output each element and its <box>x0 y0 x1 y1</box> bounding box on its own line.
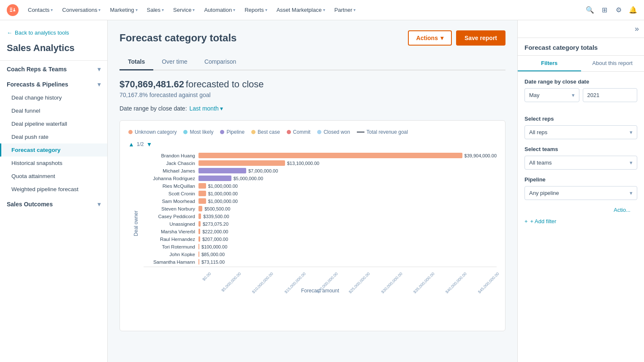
bar-label: John Kopke <box>144 252 198 257</box>
bar-label: Unassigned <box>144 222 198 227</box>
panel-tab-filters[interactable]: Filters <box>518 56 581 71</box>
bell-icon[interactable]: 🔔 <box>629 6 637 14</box>
filter-teams-label: Select teams <box>524 146 637 152</box>
sidebar-item-deal-push-rate[interactable]: Deal push rate <box>0 130 107 143</box>
chart-sort-row: ▲ 1/2 ▼ <box>128 141 497 148</box>
chevron-down-icon: ▾ <box>630 129 633 135</box>
nav-sales[interactable]: Sales ▾ <box>143 5 168 15</box>
chevron-down-icon: ▾ <box>98 66 101 73</box>
dropdown-arrow-icon: ▾ <box>440 35 443 41</box>
actions-link-row: Actio... <box>524 207 637 213</box>
sidebar-item-weighted-pipeline-forecast[interactable]: Weighted pipeline forecast <box>0 183 107 196</box>
sidebar-item-historical-snapshots[interactable]: Historical snapshots <box>0 157 107 170</box>
nav-marketing[interactable]: Marketing ▾ <box>106 5 141 15</box>
chevron-down-icon: ▾ <box>193 8 195 12</box>
grid-icon[interactable]: ⊞ <box>600 6 609 14</box>
right-panel: » Forecast category totals Filters About… <box>517 20 644 362</box>
actions-link[interactable]: Actio... <box>607 207 637 213</box>
bar-label: Johanna Rodriguez <box>144 176 198 181</box>
bar-label: Samantha Hamann <box>144 259 198 265</box>
bar-container: $85,000.00 <box>198 251 497 257</box>
nav-contacts[interactable]: Contacts ▾ <box>24 5 57 15</box>
nav-service[interactable]: Service ▾ <box>169 5 199 15</box>
header-actions: Actions ▾ Save report <box>408 30 505 46</box>
bar <box>198 236 200 242</box>
legend-dot <box>128 130 133 134</box>
save-report-button[interactable]: Save report <box>456 30 505 46</box>
sidebar-item-deal-pipeline-waterfall[interactable]: Deal pipeline waterfall <box>0 117 107 130</box>
chart-container: Unknown category Most likely Pipeline Be… <box>120 120 505 331</box>
tab-totals[interactable]: Totals <box>120 54 153 70</box>
bar <box>198 191 206 196</box>
bar-row: Casey Peddicord$339,500.00 <box>144 213 497 219</box>
sidebar-item-forecast-category[interactable]: Forecast category <box>0 143 107 157</box>
bar-label: Marsha Viererbl <box>144 229 198 234</box>
legend-dot <box>287 130 291 134</box>
nav-automation[interactable]: Automation ▾ <box>200 5 239 15</box>
chevron-down-icon: ▾ <box>98 8 101 12</box>
date-range-link[interactable]: Last month ▾ <box>190 105 223 112</box>
y-axis-label-container: Deal owner <box>128 153 144 294</box>
back-link[interactable]: ← Back to analytics tools <box>0 27 107 38</box>
chevron-down-icon: ▾ <box>323 8 325 12</box>
add-filter-link[interactable]: + + Add filter <box>524 218 637 224</box>
panel-tab-about[interactable]: About this report <box>581 56 644 71</box>
x-axis-tick-label: $0.00 <box>201 271 212 282</box>
filter-reps-label: Select reps <box>524 116 637 122</box>
bar-value: $273,075.20 <box>203 222 228 227</box>
sort-up-icon[interactable]: ▲ <box>128 141 134 148</box>
bar-label: Casey Peddicord <box>144 214 198 219</box>
sidebar-section-header-coach[interactable]: Coach Reps & Teams ▾ <box>0 61 107 76</box>
bar-label: Jack Chascin <box>144 161 198 166</box>
reps-select[interactable]: All reps ▾ <box>524 125 637 139</box>
nav-conversations[interactable]: Conversations ▾ <box>58 5 105 15</box>
main-content: Forecast category totals Actions ▾ Save … <box>108 20 517 362</box>
bar-row: Steven Norbury$500,500.00 <box>144 206 497 211</box>
settings-icon[interactable]: ⚙ <box>614 6 623 14</box>
bar-value: $5,000,000.00 <box>234 176 263 181</box>
page-header: Forecast category totals Actions ▾ Save … <box>120 30 505 46</box>
sidebar-item-deal-change-history[interactable]: Deal change history <box>0 91 107 104</box>
legend-unknown-category: Unknown category <box>128 129 177 135</box>
date-year-select[interactable]: 2021 <box>583 88 638 102</box>
actions-button[interactable]: Actions ▾ <box>408 30 452 46</box>
bar-row: Ries McQuillan$1,000,000.00 <box>144 183 497 189</box>
summary-sub: 70,167.8% forecasted against goal <box>120 92 505 98</box>
pipeline-select[interactable]: Any pipeline ▾ <box>524 186 637 200</box>
bar-row: Marsha Viererbl$222,000.00 <box>144 229 497 234</box>
search-icon[interactable]: 🔍 <box>586 6 594 14</box>
chevron-down-icon: ▾ <box>630 159 633 166</box>
nav-partner[interactable]: Partner ▾ <box>330 5 360 15</box>
top-nav: Contacts ▾ Conversations ▾ Marketing ▾ S… <box>0 0 644 20</box>
bar-label: Scott Cronin <box>144 191 198 196</box>
bar-container: $273,075.20 <box>198 221 497 227</box>
chevron-down-icon: ▾ <box>162 8 164 12</box>
panel-toggle-button[interactable]: » <box>635 24 639 33</box>
hubspot-logo[interactable] <box>7 4 19 16</box>
nav-asset-marketplace[interactable]: Asset Marketplace ▾ <box>272 5 329 15</box>
panel-tabs: Filters About this report <box>518 56 644 72</box>
bar-value: $100,000.00 <box>201 244 227 249</box>
bar <box>198 244 199 249</box>
chevron-down-icon: ▾ <box>98 81 101 88</box>
nav-items: Contacts ▾ Conversations ▾ Marketing ▾ S… <box>24 5 586 15</box>
tab-over-time[interactable]: Over time <box>153 54 196 70</box>
legend-dash <box>357 132 364 132</box>
sort-down-icon[interactable]: ▼ <box>147 141 152 148</box>
bar-container: $500,500.00 <box>198 206 497 211</box>
bar-value: $207,000.00 <box>202 237 228 242</box>
sidebar-section-header-sales-outcomes[interactable]: Sales Outcomes ▾ <box>0 196 107 211</box>
chevron-down-icon: ▾ <box>572 92 575 98</box>
date-range-row: Date range by close date: Last month ▾ <box>120 105 505 112</box>
chart-legend: Unknown category Most likely Pipeline Be… <box>128 129 497 135</box>
legend-commit: Commit <box>287 129 310 135</box>
filter-section: Date range by close date May ▾ 2021 Sele… <box>518 72 644 231</box>
bar-value: $85,000.00 <box>201 252 225 257</box>
tab-comparison[interactable]: Comparison <box>196 54 245 70</box>
sidebar-item-quota-attainment[interactable]: Quota attainment <box>0 170 107 183</box>
sidebar-item-deal-funnel[interactable]: Deal funnel <box>0 104 107 117</box>
teams-select[interactable]: All teams ▾ <box>524 156 637 170</box>
date-month-select[interactable]: May ▾ <box>524 88 579 102</box>
nav-reports[interactable]: Reports ▾ <box>240 5 272 15</box>
sidebar-section-header-forecasts[interactable]: Forecasts & Pipelines ▾ <box>0 76 107 91</box>
